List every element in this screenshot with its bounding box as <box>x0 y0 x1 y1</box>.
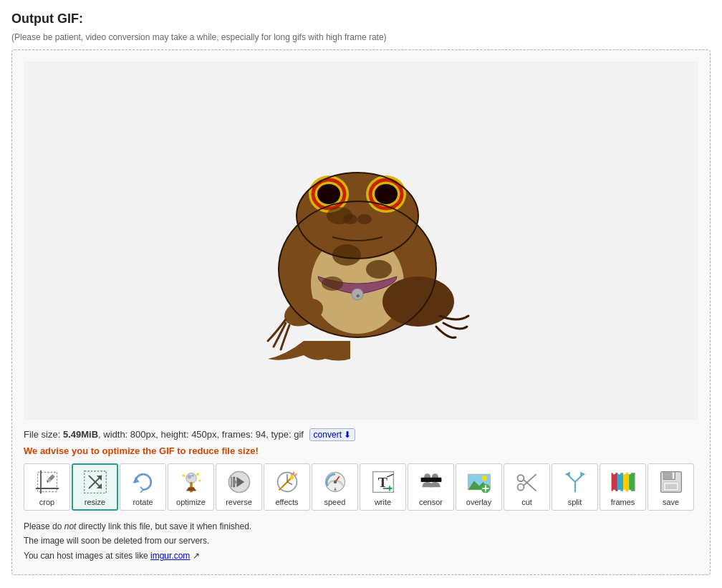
svg-point-35 <box>182 474 185 477</box>
svg-rect-99 <box>665 484 676 489</box>
crop-icon <box>33 468 62 496</box>
speed-icon <box>321 468 350 496</box>
censor-label: censor <box>419 498 443 506</box>
overlay-button[interactable]: overlay <box>456 463 502 511</box>
footer-line-3: You can host images at sites like imgur.… <box>24 549 698 563</box>
file-type-value: gif <box>294 429 304 440</box>
svg-rect-85 <box>623 473 629 491</box>
gif-preview-area: ◆ <box>24 62 698 420</box>
svg-point-10 <box>357 214 372 224</box>
write-label: write <box>375 498 391 506</box>
toolbar: crop resize <box>24 463 698 511</box>
download-icon: ⬇ <box>344 430 351 440</box>
svg-line-52 <box>287 482 292 485</box>
svg-point-46 <box>289 476 293 479</box>
svg-rect-83 <box>611 473 617 491</box>
frames-label: frames <box>611 498 635 506</box>
file-size-label: File size: <box>24 429 63 440</box>
svg-rect-92 <box>617 490 620 493</box>
svg-point-15 <box>332 244 361 266</box>
svg-point-18 <box>327 207 352 224</box>
rotate-button[interactable]: rotate <box>120 463 166 511</box>
svg-point-37 <box>198 480 201 482</box>
overlay-icon <box>465 468 494 496</box>
censor-icon <box>417 468 446 496</box>
svg-marker-80 <box>564 472 569 477</box>
write-button[interactable]: T write <box>360 463 406 511</box>
reverse-button[interactable]: reverse <box>216 463 262 511</box>
svg-rect-87 <box>612 472 615 475</box>
file-info-bar: File size: 5.49MiB, width: 800px, height… <box>24 428 698 441</box>
file-size-value: 5.49MiB <box>63 429 98 440</box>
svg-rect-84 <box>617 473 622 491</box>
notice-text: (Please be patient, video conversion may… <box>11 32 711 42</box>
footer-notes: Please do not directly link this file, b… <box>24 519 698 563</box>
svg-point-16 <box>366 260 392 279</box>
cut-label: cut <box>521 498 532 506</box>
frames-icon <box>609 468 637 496</box>
svg-rect-90 <box>628 472 631 475</box>
cut-icon <box>513 468 542 496</box>
split-label: split <box>568 498 582 506</box>
svg-point-30 <box>186 473 196 483</box>
svg-point-5 <box>317 184 340 204</box>
svg-line-76 <box>523 479 536 491</box>
svg-marker-81 <box>580 472 585 477</box>
optimize-button[interactable]: optimize <box>168 463 214 511</box>
svg-rect-66 <box>420 478 441 482</box>
resize-label: resize <box>85 498 105 506</box>
svg-line-45 <box>279 478 291 490</box>
speed-button[interactable]: speed <box>312 463 358 511</box>
svg-line-49 <box>294 473 297 476</box>
crop-button[interactable]: crop <box>24 463 70 511</box>
svg-rect-88 <box>617 472 620 475</box>
resize-icon <box>81 468 110 496</box>
write-icon: T <box>369 468 398 496</box>
file-height-value: 450px <box>191 429 216 440</box>
file-width-value: 800px <box>130 429 155 440</box>
footer-line-2: The image will soon be deleted from our … <box>24 534 698 548</box>
effects-label: effects <box>275 498 298 506</box>
convert-button[interactable]: convert ⬇ <box>309 428 355 441</box>
speed-label: speed <box>324 498 346 506</box>
svg-point-17 <box>322 276 343 291</box>
frog-image: ◆ <box>246 105 476 377</box>
file-width-label: , width: <box>98 429 130 440</box>
svg-rect-93 <box>623 490 626 493</box>
rotate-label: rotate <box>133 498 153 506</box>
frames-button[interactable]: frames <box>600 463 646 511</box>
optimize-notice: We advise you to optimize the GIF to red… <box>24 445 698 456</box>
svg-point-14 <box>382 276 454 327</box>
svg-point-69 <box>481 476 486 481</box>
file-type-label: , type: <box>266 429 294 440</box>
svg-point-55 <box>333 481 337 484</box>
svg-rect-94 <box>628 490 631 493</box>
svg-point-36 <box>196 473 199 476</box>
svg-rect-91 <box>612 490 615 493</box>
svg-point-32 <box>191 474 194 477</box>
crop-label: crop <box>39 498 54 506</box>
svg-text:T: T <box>377 474 387 490</box>
split-button[interactable]: split <box>552 463 598 511</box>
footer-line-1: Please do not directly link this file, b… <box>24 519 698 534</box>
save-button[interactable]: save <box>648 463 694 511</box>
overlay-label: overlay <box>466 498 491 506</box>
reverse-icon <box>225 468 254 496</box>
save-icon <box>657 468 685 496</box>
effects-icon <box>273 468 302 496</box>
resize-button[interactable]: resize <box>72 463 118 511</box>
svg-line-61 <box>387 474 393 477</box>
effects-button[interactable]: effects <box>264 463 310 511</box>
svg-point-31 <box>187 475 191 478</box>
page-title: Output GIF: <box>11 11 711 26</box>
censor-button[interactable]: censor <box>408 463 454 511</box>
file-height-label: , height: <box>155 429 191 440</box>
save-label: save <box>663 498 679 506</box>
main-container: ◆ File size: 5.49MiB, width: 800px, heig… <box>11 49 711 575</box>
svg-marker-34 <box>186 487 196 491</box>
optimize-label: optimize <box>176 498 206 506</box>
svg-marker-29 <box>133 477 139 483</box>
cut-button[interactable]: cut <box>504 463 550 511</box>
imgur-link[interactable]: imgur.com <box>150 551 190 561</box>
svg-rect-97 <box>672 473 674 479</box>
